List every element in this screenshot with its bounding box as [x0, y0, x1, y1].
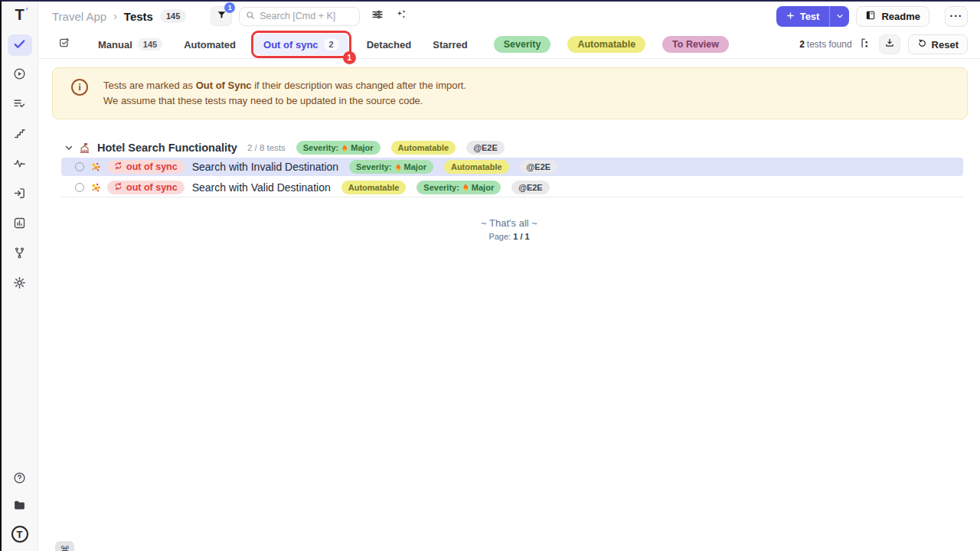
flame-icon [341, 144, 348, 152]
logo-tick-icon: ' [26, 6, 28, 17]
results-count-label: tests found [807, 39, 852, 50]
sidebar-item-brand[interactable]: T [8, 525, 32, 543]
sidebar-item-help[interactable] [8, 470, 32, 488]
results-count: 2tests found [799, 39, 851, 50]
test-title[interactable]: Search with Invalid Destination [192, 161, 338, 173]
sync-icon [114, 161, 122, 172]
book-icon [865, 10, 876, 23]
bulk-select-button[interactable] [58, 37, 70, 52]
tab-out-of-sync[interactable]: Out of sync 2 [254, 34, 348, 55]
test-row[interactable]: out of sync Search with Invalid Destinat… [61, 158, 963, 176]
test-severity-badge: Severity: Major [416, 181, 501, 194]
sidebar-item-branches[interactable] [8, 243, 32, 265]
app-logo[interactable]: T' [15, 6, 24, 24]
tab-detached-label: Detached [367, 39, 412, 51]
command-icon: ⌘ [60, 544, 70, 551]
sidebar-item-analytics[interactable] [8, 154, 32, 175]
sidebar-item-projects[interactable] [8, 497, 32, 516]
severity-level: Major [472, 183, 494, 192]
pulse-icon [13, 157, 26, 173]
new-test-dropdown-button[interactable] [829, 6, 849, 27]
sidebar-item-runs[interactable] [8, 64, 32, 86]
sidebar-item-test-plans[interactable] [8, 94, 32, 116]
filter-tabs: Manual 145 Automated Out of sync 2 1 Det… [89, 31, 477, 58]
tab-manual-count: 145 [138, 38, 162, 51]
breadcrumb-project[interactable]: Travel App [52, 10, 106, 23]
sidebar-item-reports[interactable] [8, 214, 32, 235]
more-actions-button[interactable]: ··· [945, 6, 968, 27]
burst-emoji-icon [90, 182, 101, 193]
test-tag-badge: @E2E [520, 160, 558, 174]
sidebar-item-steps[interactable] [8, 124, 32, 145]
results-count-number: 2 [799, 39, 805, 50]
play-circle-icon [13, 67, 26, 83]
page-title: Tests [124, 10, 153, 23]
tree-view-button[interactable] [860, 37, 871, 52]
search-box[interactable] [239, 7, 360, 26]
banner-text: Tests are marked as Out of Sync if their… [103, 78, 466, 109]
bar-chart-icon [13, 217, 26, 233]
collapse-chevron-icon[interactable] [64, 143, 74, 152]
app-logo-letter: T [15, 6, 24, 23]
filter-bar-right: 2tests found Reset [799, 34, 968, 54]
search-input[interactable] [260, 11, 353, 21]
suite-title[interactable]: Hotel Search Functionality [97, 142, 237, 154]
tab-starred-label: Starred [433, 39, 468, 51]
out-of-sync-badge: out of sync [107, 160, 185, 174]
ellipsis-icon: ··· [950, 10, 963, 22]
end-of-list-note: ~ That's all ~ [38, 217, 980, 229]
app-screen: T' [0, 0, 980, 551]
banner-line1-bold: Out of Sync [196, 80, 252, 91]
sliders-icon [371, 8, 384, 24]
topbar-actions: Test Readme ··· [776, 6, 968, 27]
search-icon [246, 9, 255, 23]
suite-header[interactable]: Hotel Search Functionality 2 / 8 tests S… [38, 139, 980, 156]
suite-tag-badge: @E2E [466, 141, 505, 155]
new-test-button[interactable]: Test [776, 6, 830, 27]
test-status-circle[interactable] [75, 183, 84, 192]
reset-button[interactable]: Reset [908, 34, 968, 54]
page-value: 1 / 1 [513, 232, 529, 241]
list-footer: ~ That's all ~ Page: 1 / 1 [38, 217, 980, 241]
suite-test-count: 2 / 8 tests [247, 143, 286, 152]
folder-icon [13, 499, 26, 515]
stairs-icon [13, 127, 26, 143]
topbar: Travel App › Tests 145 1 [38, 2, 980, 31]
out-of-sync-label: out of sync [126, 182, 178, 193]
tab-automated[interactable]: Automated [175, 34, 245, 55]
flame-icon [462, 183, 469, 191]
main-area: Travel App › Tests 145 1 [38, 2, 980, 551]
sidebar-item-import[interactable] [8, 184, 32, 205]
refresh-icon [917, 38, 927, 51]
sidebar-item-settings[interactable] [8, 273, 32, 295]
filter-pill-severity[interactable]: Severity [494, 36, 551, 53]
tab-manual[interactable]: Manual 145 [89, 34, 172, 55]
out-of-sync-badge: out of sync [107, 181, 185, 194]
filter-pill-to-review[interactable]: To Review [662, 36, 729, 53]
test-row[interactable]: out of sync Search with Valid Destinatio… [61, 178, 963, 197]
tab-starred[interactable]: Starred [423, 34, 477, 55]
ai-assist-button[interactable] [395, 8, 407, 24]
page-label: Page: [488, 232, 511, 241]
severity-level: Major [351, 143, 373, 152]
check-icon [13, 37, 26, 54]
brand-logo-icon: T [11, 526, 28, 543]
view-settings-button[interactable] [371, 8, 384, 24]
sidebar-nav [8, 34, 32, 295]
out-of-sync-info-banner: i Tests are marked as Out of Sync if the… [52, 67, 968, 119]
filter-button[interactable]: 1 [211, 6, 232, 26]
out-of-sync-label: out of sync [126, 161, 178, 172]
test-status-circle[interactable] [75, 162, 84, 171]
export-button[interactable] [879, 34, 900, 54]
chevron-down-icon [836, 9, 844, 23]
command-key-button[interactable]: ⌘ [55, 541, 74, 551]
suite-automatable-badge: Automatable [391, 141, 456, 155]
sidebar-item-tests[interactable] [8, 34, 32, 56]
banner-line1-b: if their description was changed after t… [252, 80, 466, 91]
readme-button[interactable]: Readme [856, 6, 929, 27]
filter-pill-automatable[interactable]: Automatable [567, 36, 645, 53]
tab-detached[interactable]: Detached [358, 34, 421, 55]
test-title[interactable]: Search with Valid Destination [192, 181, 331, 194]
banner-line-2: We assume that these tests may need to b… [103, 93, 466, 109]
sidebar: T' [2, 2, 38, 551]
